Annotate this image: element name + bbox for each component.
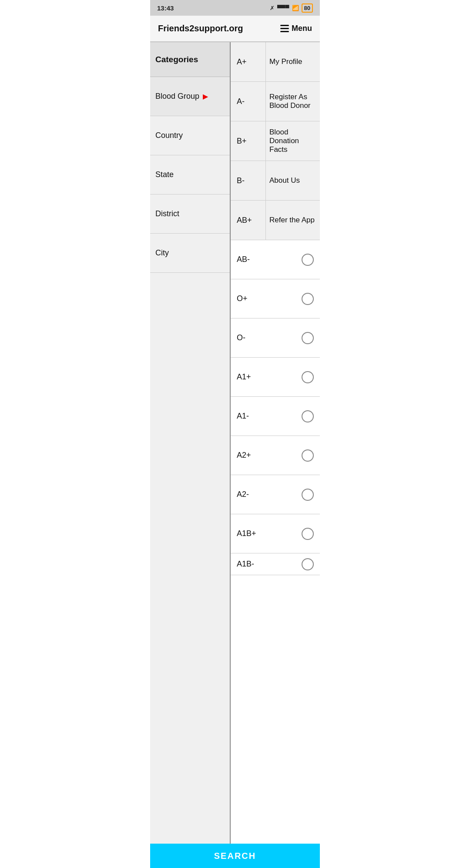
bg-label-oplus: O+	[237, 294, 248, 303]
sidebar-city-label: City	[155, 248, 169, 258]
bg-label-aminus: A-	[231, 97, 265, 106]
main-layout: Categories Blood Group ▶ Country State D…	[150, 42, 320, 844]
menu-item-register-donor[interactable]: Register As Blood Donor	[265, 82, 320, 121]
app-header: Friends2support.org Menu	[150, 16, 320, 42]
radio-a2plus[interactable]	[302, 449, 314, 462]
blood-group-row-a1minus[interactable]: A1-	[231, 397, 320, 436]
app-title: Friends2support.org	[158, 23, 243, 34]
bg-label-bminus: B-	[231, 176, 265, 185]
menu-button[interactable]: Menu	[280, 24, 312, 33]
sidebar-item-country[interactable]: Country	[150, 116, 230, 155]
radio-abminus[interactable]	[302, 254, 314, 266]
bg-label-abminus: AB-	[237, 255, 250, 264]
radio-a1bminus[interactable]	[302, 558, 314, 570]
radio-a1minus[interactable]	[302, 410, 314, 422]
radio-ominus[interactable]	[302, 332, 314, 344]
blood-group-row-aminus[interactable]: A- Register As Blood Donor	[231, 82, 320, 121]
hamburger-icon	[280, 25, 289, 32]
bg-label-aplus: A+	[231, 57, 265, 67]
bg-label-bplus: B+	[231, 137, 265, 146]
bg-label-a1bplus: A1B+	[237, 529, 256, 538]
blood-group-row-a1bminus[interactable]: A1B-	[231, 553, 320, 575]
battery-icon: 80	[302, 3, 313, 13]
blood-group-row-a2plus[interactable]: A2+	[231, 436, 320, 475]
sidebar-district-label: District	[155, 209, 179, 218]
sidebar-country-label: Country	[155, 131, 183, 140]
radio-oplus[interactable]	[302, 293, 314, 305]
blood-group-row-a1bplus[interactable]: A1B+	[231, 514, 320, 553]
radio-a1bplus[interactable]	[302, 528, 314, 540]
menu-label: Menu	[292, 24, 312, 33]
bg-label-abplus: AB+	[231, 216, 265, 225]
bg-label-ominus: O-	[237, 333, 245, 342]
sidebar-item-state[interactable]: State	[150, 155, 230, 194]
blood-group-row-bminus[interactable]: B- About Us	[231, 161, 320, 201]
menu-item-about-us[interactable]: About Us	[265, 161, 320, 200]
bg-label-a2minus: A2-	[237, 490, 249, 499]
sidebar-item-city[interactable]: City	[150, 234, 230, 273]
sidebar-header: Categories	[150, 42, 230, 77]
blood-group-row-bplus[interactable]: B+ Blood Donation Facts	[231, 121, 320, 161]
blood-group-row-ominus[interactable]: O-	[231, 318, 320, 358]
right-panel: A+ My Profile A- Register As Blood Donor…	[231, 42, 320, 844]
bg-label-a1plus: A1+	[237, 372, 251, 382]
sidebar-item-blood-group[interactable]: Blood Group ▶	[150, 77, 230, 116]
blood-group-row-oplus[interactable]: O+	[231, 279, 320, 318]
menu-item-my-profile[interactable]: My Profile	[265, 42, 320, 81]
sidebar-header-label: Categories	[155, 55, 198, 64]
bg-label-a1bminus: A1B-	[237, 560, 254, 569]
blood-group-row-a1plus[interactable]: A1+	[231, 358, 320, 397]
sidebar-state-label: State	[155, 170, 174, 179]
signal-icon: ▀▀▀	[277, 5, 289, 11]
sidebar-blood-group-label: Blood Group	[155, 92, 199, 101]
blood-group-list: A+ My Profile A- Register As Blood Donor…	[231, 42, 320, 575]
radio-a2minus[interactable]	[302, 489, 314, 501]
wifi-icon: 📶	[292, 5, 299, 11]
blood-group-row-abminus[interactable]: AB-	[231, 240, 320, 279]
status-icons: ✗ ▀▀▀ 📶 80	[270, 3, 313, 13]
arrow-icon: ▶	[203, 92, 208, 101]
bluetooth-icon: ✗	[270, 5, 275, 11]
status-bar: 13:43 ✗ ▀▀▀ 📶 80	[150, 0, 320, 16]
blood-group-row-aplus[interactable]: A+ My Profile	[231, 42, 320, 82]
status-time: 13:43	[157, 4, 174, 12]
radio-a1plus[interactable]	[302, 371, 314, 383]
menu-item-refer-app[interactable]: Refer the App	[265, 201, 320, 240]
bg-label-a2plus: A2+	[237, 451, 251, 460]
sidebar-item-district[interactable]: District	[150, 194, 230, 234]
blood-group-row-abplus[interactable]: AB+ Refer the App	[231, 201, 320, 240]
menu-item-blood-donation-facts[interactable]: Blood Donation Facts	[265, 121, 320, 161]
blood-group-row-a2minus[interactable]: A2-	[231, 475, 320, 514]
left-sidebar: Categories Blood Group ▶ Country State D…	[150, 42, 231, 844]
bg-label-a1minus: A1-	[237, 412, 249, 421]
